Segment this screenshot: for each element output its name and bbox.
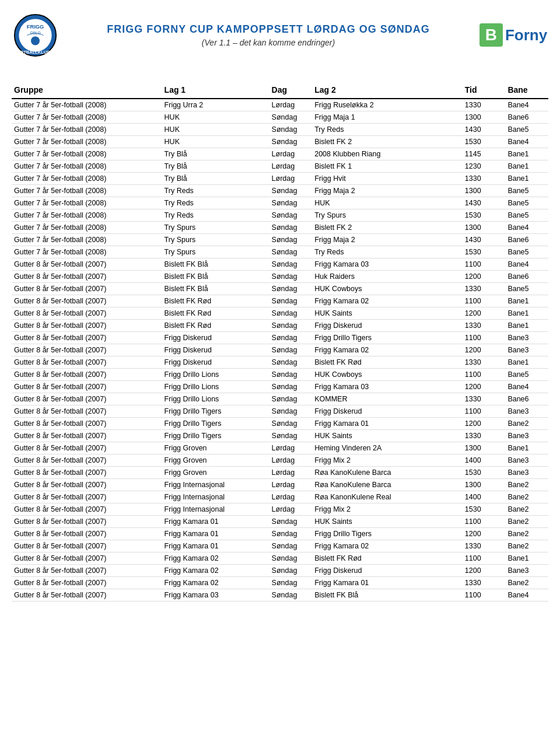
cell-lag2: Røa KanoKulene Barca [312, 479, 463, 491]
cell-lag2: Frigg Drillo Tigers [312, 528, 463, 540]
cell-gruppe: Gutter 8 år 5er-fotball (2007) [12, 405, 162, 418]
cell-dag: Lørdag [270, 503, 313, 516]
cell-bane: Bane1 [505, 552, 548, 565]
cell-bane: Bane1 [505, 173, 548, 185]
cell-tid: 1200 [463, 418, 506, 430]
cell-bane: Bane1 [505, 442, 548, 454]
table-row: Gutter 8 år 5er-fotball (2007)Frigg Disk… [12, 356, 548, 369]
cell-lag2: Frigg Kamara 03 [312, 381, 463, 393]
table-row: Gutter 7 år 5er-fotball (2008)Try RedsSø… [12, 185, 548, 197]
table-row: Gutter 7 år 5er-fotball (2008)Try BlåLør… [12, 148, 548, 160]
cell-dag: Søndag [270, 209, 313, 222]
cell-lag1: Frigg Internasjonal [162, 503, 270, 516]
cell-bane: Bane3 [505, 405, 548, 418]
cell-bane: Bane4 [505, 136, 548, 148]
cell-lag2: KOMMER [312, 393, 463, 405]
cell-dag: Søndag [270, 332, 313, 344]
cell-bane: Bane3 [505, 565, 548, 577]
cell-lag1: Frigg Groven [162, 442, 270, 454]
cell-gruppe: Gutter 8 år 5er-fotball (2007) [12, 454, 162, 467]
cell-lag1: Bislett FK Rød [162, 295, 270, 307]
cell-dag: Søndag [270, 111, 313, 124]
cell-dag: Søndag [270, 418, 313, 430]
cell-lag1: Frigg Kamara 02 [162, 565, 270, 577]
cell-gruppe: Gutter 8 år 5er-fotball (2007) [12, 540, 162, 552]
page-subtitle: (Ver 1.1 – det kan komme endringer) [58, 38, 478, 47]
cell-gruppe: Gutter 7 år 5er-fotball (2008) [12, 99, 162, 111]
cell-gruppe: Gutter 8 år 5er-fotball (2007) [12, 467, 162, 479]
table-row: Gutter 8 år 5er-fotball (2007)Frigg Inte… [12, 503, 548, 516]
cell-bane: Bane5 [505, 283, 548, 295]
cell-lag1: HUK [162, 136, 270, 148]
cell-lag1: Try Spurs [162, 222, 270, 234]
cell-dag: Lørdag [270, 173, 313, 185]
cell-bane: Bane1 [505, 295, 548, 307]
cell-lag2: Try Reds [312, 124, 463, 136]
cell-dag: Søndag [270, 344, 313, 356]
cell-gruppe: Gutter 8 år 5er-fotball (2007) [12, 589, 162, 601]
cell-lag1: Frigg Internasjonal [162, 479, 270, 491]
cell-tid: 1430 [463, 234, 506, 246]
cell-lag2: Frigg Kamara 01 [312, 418, 463, 430]
table-row: Gutter 8 år 5er-fotball (2007)Frigg Dril… [12, 430, 548, 442]
cell-dag: Lørdag [270, 442, 313, 454]
col-header-gruppe: Gruppe [12, 82, 162, 99]
cell-tid: 1530 [463, 467, 506, 479]
cell-gruppe: Gutter 8 år 5er-fotball (2007) [12, 552, 162, 565]
cell-lag1: Frigg Kamara 03 [162, 589, 270, 601]
cell-lag1: Bislett FK Blå [162, 283, 270, 295]
cell-lag2: Bislett FK Rød [312, 356, 463, 369]
cell-tid: 1530 [463, 503, 506, 516]
cell-gruppe: Gutter 8 år 5er-fotball (2007) [12, 491, 162, 503]
cell-gruppe: Gutter 7 år 5er-fotball (2008) [12, 148, 162, 160]
table-row: Gutter 8 år 5er-fotball (2007)Frigg Grov… [12, 454, 548, 467]
cell-tid: 1100 [463, 258, 506, 271]
cell-tid: 1530 [463, 136, 506, 148]
cell-lag1: Frigg Drillo Lions [162, 381, 270, 393]
cell-tid: 1330 [463, 356, 506, 369]
cell-gruppe: Gutter 7 år 5er-fotball (2008) [12, 185, 162, 197]
cell-dag: Søndag [270, 271, 313, 283]
cell-dag: Lørdag [270, 148, 313, 160]
table-row: Gutter 7 år 5er-fotball (2008)Try SpursS… [12, 234, 548, 246]
forny-brand-text: Forny [505, 26, 547, 44]
cell-tid: 1330 [463, 577, 506, 589]
table-row: Gutter 7 år 5er-fotball (2008)Try SpursS… [12, 222, 548, 234]
cell-dag: Lørdag [270, 454, 313, 467]
cell-lag1: Frigg Drillo Lions [162, 369, 270, 381]
cell-tid: 1100 [463, 295, 506, 307]
table-row: Gutter 7 år 5er-fotball (2008)HUKSøndagF… [12, 111, 548, 124]
cell-dag: Søndag [270, 136, 313, 148]
cell-dag: Søndag [270, 258, 313, 271]
cell-gruppe: Gutter 8 år 5er-fotball (2007) [12, 332, 162, 344]
cell-bane: Bane1 [505, 320, 548, 332]
cell-bane: Bane5 [505, 124, 548, 136]
cell-tid: 1100 [463, 516, 506, 528]
cell-bane: Bane1 [505, 307, 548, 320]
cell-gruppe: Gutter 8 år 5er-fotball (2007) [12, 307, 162, 320]
col-header-lag2: Lag 2 [312, 82, 463, 99]
cell-lag2: Bislett FK Rød [312, 552, 463, 565]
cell-lag2: Bislett FK Blå [312, 589, 463, 601]
page-header: FRIGG OSLO FOTBALLKLUBB FRIGG FORNY CUP … [12, 12, 548, 64]
cell-lag1: Bislett FK Rød [162, 307, 270, 320]
table-row: Gutter 7 år 5er-fotball (2008)Try SpursS… [12, 246, 548, 258]
cell-lag1: Try Spurs [162, 234, 270, 246]
table-row: Gutter 8 år 5er-fotball (2007)Bislett FK… [12, 320, 548, 332]
svg-text:FRIGG: FRIGG [26, 24, 44, 30]
cell-lag2: Frigg Drillo Tigers [312, 332, 463, 344]
col-header-dag: Dag [270, 82, 313, 99]
cell-gruppe: Gutter 8 år 5er-fotball (2007) [12, 442, 162, 454]
page-title: FRIGG FORNY CUP KAMPOPPSETT LØRDAG OG SØ… [58, 23, 478, 36]
cell-dag: Søndag [270, 577, 313, 589]
cell-gruppe: Gutter 8 år 5er-fotball (2007) [12, 565, 162, 577]
cell-dag: Lørdag [270, 467, 313, 479]
cell-tid: 1300 [463, 111, 506, 124]
cell-gruppe: Gutter 7 år 5er-fotball (2008) [12, 124, 162, 136]
cell-tid: 1100 [463, 332, 506, 344]
cell-bane: Bane2 [505, 516, 548, 528]
cell-gruppe: Gutter 8 år 5er-fotball (2007) [12, 577, 162, 589]
cell-tid: 1430 [463, 124, 506, 136]
cell-tid: 1530 [463, 246, 506, 258]
cell-lag2: Røa KanoKulene Barca [312, 467, 463, 479]
